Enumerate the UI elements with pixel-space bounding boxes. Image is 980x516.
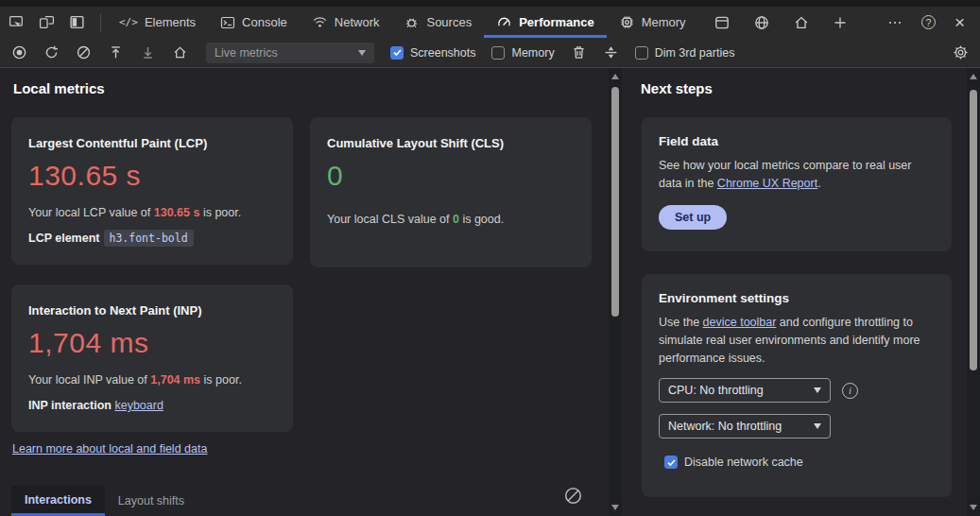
- scroll-down-arrow[interactable]: [611, 505, 619, 510]
- lcp-element-node-link[interactable]: h3.font-bold: [104, 230, 194, 247]
- more-menu-icon[interactable]: [887, 15, 903, 30]
- tab-interactions[interactable]: Interactions: [11, 486, 105, 516]
- inp-interaction-row: INP interaction keyboard: [28, 399, 276, 412]
- lcp-description: Your local LCP value of 130.65 s is poor…: [28, 206, 276, 219]
- tab-label: Sources: [426, 15, 472, 29]
- network-throttling-select[interactable]: Network: No throttling: [659, 414, 831, 439]
- device-toolbar-icon[interactable]: [39, 14, 55, 30]
- disable-cache-row[interactable]: Disable network cache: [664, 456, 935, 469]
- scrollbar-thumb[interactable]: [970, 90, 977, 370]
- sources-icon: [404, 14, 420, 30]
- network-throttling-row: Network: No throttling: [659, 414, 935, 439]
- cls-card: Cumulative Layout Shift (CLS) 0 Your loc…: [310, 117, 592, 267]
- inp-interaction-link[interactable]: keyboard: [114, 399, 163, 412]
- left-panel-scrollbar[interactable]: [609, 68, 622, 516]
- inp-desc-value: 1,704 ms: [150, 373, 200, 387]
- disable-cache-label: Disable network cache: [684, 456, 803, 469]
- devtools-window: </> Elements Console Network: [0, 0, 980, 516]
- close-icon[interactable]: ×: [954, 16, 965, 29]
- inp-value: 1,704 ms: [28, 327, 276, 359]
- trash-icon[interactable]: [571, 44, 587, 60]
- help-icon[interactable]: ?: [921, 15, 936, 29]
- tabbar-left-icons: [0, 7, 95, 38]
- cls-description: Your local CLS value of 0 is good.: [327, 213, 575, 226]
- lcp-element-label: LCP element: [28, 232, 100, 245]
- set-up-button[interactable]: Set up: [659, 205, 727, 230]
- dim-3rd-parties-checkbox[interactable]: [635, 46, 648, 60]
- tab-label: Elements: [145, 15, 196, 29]
- lcp-card: Largest Contentful Paint (LCP) 130.65 s …: [11, 117, 293, 265]
- network-icon: [312, 14, 328, 30]
- tabbar-separator: [100, 13, 101, 32]
- inp-interaction-label: INP interaction: [28, 399, 112, 412]
- inspect-element-icon[interactable]: [9, 14, 25, 30]
- cls-desc-value: 0: [453, 213, 459, 226]
- save-profile-icon[interactable]: [140, 44, 156, 60]
- tab-memory[interactable]: Memory: [607, 7, 698, 38]
- scroll-down-arrow[interactable]: [970, 505, 977, 510]
- dock-side-icon[interactable]: [69, 14, 85, 30]
- right-panel-scrollbar[interactable]: [967, 68, 980, 516]
- inp-description: Your local INP value of 1,704 ms is poor…: [28, 373, 276, 387]
- tab-label: Network: [335, 15, 380, 29]
- gear-icon[interactable]: [953, 44, 969, 60]
- performance-panel-content: Local metrics Largest Contentful Paint (…: [0, 68, 980, 516]
- environment-settings-title: Environment settings: [659, 291, 935, 305]
- tab-label: Interactions: [25, 493, 92, 507]
- tab-performance[interactable]: Performance: [484, 7, 606, 38]
- window-top-edge: [0, 0, 980, 7]
- clear-interactions-icon[interactable]: [562, 485, 584, 507]
- app-window-icon[interactable]: [714, 14, 731, 31]
- env-text-before: Use the: [659, 316, 703, 329]
- home-icon[interactable]: [793, 14, 810, 31]
- environment-settings-card: Environment settings Use the device tool…: [642, 274, 952, 497]
- inp-desc-after: is poor.: [200, 373, 242, 387]
- collapse-sections-icon[interactable]: [603, 44, 619, 60]
- record-icon[interactable]: [11, 44, 27, 60]
- plus-icon[interactable]: [833, 15, 848, 30]
- performance-toolbar: Live metrics Screenshots Memory: [0, 38, 980, 68]
- live-metrics-home-icon[interactable]: [172, 44, 188, 60]
- lcp-value: 130.65 s: [28, 160, 276, 192]
- scrollbar-thumb[interactable]: [611, 87, 619, 317]
- learn-more-link[interactable]: Learn more about local and field data: [12, 442, 207, 456]
- memory-checkbox-row[interactable]: Memory: [491, 46, 554, 60]
- dim-3rd-parties-label: Dim 3rd parties: [655, 46, 735, 60]
- field-data-card: Field data See how your local metrics co…: [642, 117, 952, 251]
- cls-desc-before: Your local CLS value of: [327, 213, 453, 226]
- history-select-value: Live metrics: [215, 46, 278, 60]
- chevron-down-icon: [814, 423, 821, 429]
- tab-console[interactable]: Console: [208, 7, 300, 38]
- tab-label: Performance: [519, 15, 593, 29]
- reload-record-icon[interactable]: [43, 44, 60, 60]
- disable-cache-checkbox[interactable]: [664, 456, 678, 469]
- tab-sources[interactable]: Sources: [391, 7, 484, 38]
- globe-icon[interactable]: [753, 14, 770, 31]
- history-select[interactable]: Live metrics: [206, 43, 374, 63]
- scroll-up-arrow[interactable]: [611, 74, 619, 79]
- tab-label: Console: [242, 15, 287, 29]
- field-data-text: See how your local metrics compare to re…: [659, 157, 935, 193]
- screenshots-checkbox-row[interactable]: Screenshots: [390, 46, 475, 60]
- device-toolbar-link[interactable]: device toolbar: [703, 316, 777, 329]
- clear-icon[interactable]: [76, 44, 92, 60]
- scroll-up-arrow[interactable]: [970, 74, 977, 79]
- cls-value: 0: [327, 160, 575, 192]
- tab-network[interactable]: Network: [300, 7, 392, 38]
- chrome-ux-report-link[interactable]: Chrome UX Report: [717, 177, 817, 190]
- lcp-desc-value: 130.65 s: [154, 206, 200, 219]
- memory-checkbox[interactable]: [491, 46, 505, 60]
- screenshots-label: Screenshots: [410, 46, 475, 60]
- dim-3rd-parties-checkbox-row[interactable]: Dim 3rd parties: [635, 46, 735, 60]
- info-icon[interactable]: i: [842, 383, 858, 399]
- field-data-title: Field data: [659, 134, 935, 148]
- load-profile-icon[interactable]: [108, 44, 124, 60]
- field-data-text-after: .: [817, 177, 820, 190]
- screenshots-checkbox[interactable]: [390, 46, 404, 60]
- next-steps-heading: Next steps: [641, 80, 713, 96]
- network-throttling-value: Network: No throttling: [668, 420, 782, 433]
- tab-elements[interactable]: </> Elements: [107, 7, 208, 38]
- cpu-throttling-select[interactable]: CPU: No throttling: [659, 378, 831, 403]
- tab-layout-shifts[interactable]: Layout shifts: [105, 486, 198, 516]
- memory-label: Memory: [511, 46, 554, 60]
